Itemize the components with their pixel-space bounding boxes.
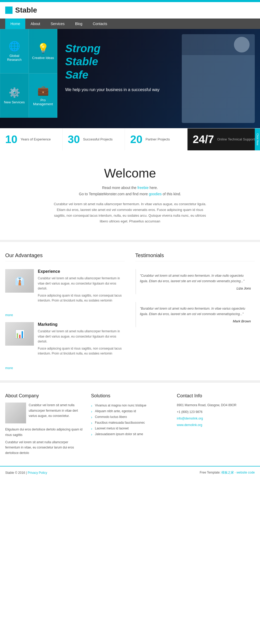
stats-bar: 10 Years of Experience 30 Successful Pro…	[0, 128, 260, 150]
experience-img-placeholder: 👔	[5, 269, 34, 293]
footer-about-col: About Company Curabitur vel lorem sit am…	[5, 393, 83, 456]
hero-heading-line2: Stable	[65, 55, 98, 68]
footer-link2[interactable]: website code	[237, 471, 255, 474]
footer-website-link[interactable]: www.demolink.org	[177, 423, 202, 427]
tile-label-global-research: Global Research	[3, 54, 26, 62]
hero-heading: Strong Stable Safe	[65, 42, 252, 81]
nav-contacts[interactable]: Contacts	[88, 19, 112, 29]
solution-item-1: Vivamus at magna non nunc tristique	[91, 403, 169, 408]
footer-solutions-col: Solutions Vivamus at magna non nunc tris…	[91, 393, 169, 456]
advantage-body1-marketing: Curabitur vel lorem sit amet nulla ullam…	[38, 329, 125, 344]
tile-label-new-services: New Services	[4, 100, 25, 104]
tile-label-pro-management: Pro Management	[32, 98, 55, 106]
briefcase-icon: 💼	[37, 85, 49, 96]
nav-about[interactable]: About	[25, 19, 45, 29]
footer-solutions-title: Solutions	[91, 393, 169, 399]
testimonial-text-1: "Curabitur vel lorem sit amet nullo eero…	[140, 273, 251, 284]
welcome-heading: Welcome	[5, 166, 255, 180]
logo-box	[5, 7, 13, 14]
footer-about-text2: Eligulaum dui eros dertolisce dertolo ad…	[5, 427, 83, 438]
footer-contact-col: Contact Info 8901 Marmora Road, Glasgow,…	[177, 393, 255, 456]
welcome-subtitle1: Read more about the freebie here.	[5, 186, 255, 190]
stat-support: 24/7 Online Technical Support Click Here	[188, 128, 260, 150]
stat-partner: 20 Partner Projects	[125, 128, 188, 150]
stat-projects-label: Successful Projects	[83, 137, 112, 142]
advantages-column: Our Advantages 👔 Experience Curabitur ve…	[5, 252, 125, 370]
hero-tile-pro-management[interactable]: 💼 Pro Management	[29, 73, 57, 118]
solution-item-6: Jalesuadasem ipsum dolor sit ame	[91, 431, 169, 437]
advantages-title: Our Advantages	[5, 252, 125, 261]
hero-heading-line3: Safe	[65, 69, 88, 81]
header: Stable	[0, 2, 260, 19]
footer-privacy-link[interactable]: Privacy Policy	[28, 471, 47, 475]
solution-item-5: Laoreet metus id laoreet	[91, 426, 169, 431]
footer-year: © 2016	[15, 471, 25, 475]
nav-blog[interactable]: Blog	[70, 19, 88, 29]
testimonial-author-1: Liza Jons	[140, 286, 251, 290]
advantage-item-marketing: 📊 Marketing Curabitur vel lorem sit amet…	[5, 322, 125, 358]
welcome-body: Curabitur vel lorem sit amet nulla ullam…	[52, 201, 208, 224]
stat-experience-number: 10	[5, 133, 17, 146]
advantage-content-experience: Experience Curabitur vel lorem sit amet …	[38, 269, 125, 305]
advantage-title-experience: Experience	[38, 269, 125, 274]
footer-about-text3: Curabitur vel lorem sit amet nulla ullam…	[5, 440, 83, 456]
solution-item-2: Aliquam nibh ante, egestas id	[91, 408, 169, 414]
freebie-link[interactable]: freebie	[137, 186, 149, 190]
stat-projects-number: 30	[68, 133, 80, 146]
hero-subtitle: We help you run your business in a succe…	[65, 87, 252, 93]
click-here-button[interactable]: Click Here	[255, 128, 260, 150]
welcome-section: Welcome Read more about the freebie here…	[0, 150, 260, 240]
stat-experience-label: Years of Experience	[21, 137, 51, 142]
hero-section: 🌐 Global Research 💡 Creative Ideas ⚙️ Ne…	[0, 29, 260, 128]
footer-contact-title: Contact Info	[177, 393, 255, 399]
footer-link-separator: ·	[235, 471, 235, 474]
marketing-img-placeholder: 📊	[5, 322, 34, 346]
hero-tile-global-research[interactable]: 🌐 Global Research	[0, 29, 29, 73]
hero-tiles-grid: 🌐 Global Research 💡 Creative Ideas ⚙️ Ne…	[0, 29, 57, 128]
hero-tile-creative-ideas[interactable]: 💡 Creative Ideas	[29, 29, 57, 73]
footer-separator: |	[26, 471, 27, 475]
footer-template-label: Free Template	[200, 471, 220, 474]
hero-tile-new-services[interactable]: ⚙️ New Services	[0, 73, 29, 118]
section-divider-1	[0, 240, 260, 242]
footer-about-image	[5, 403, 26, 423]
footer-contact-email: info@demolink.org	[177, 416, 255, 421]
advantage-img-experience: 👔	[5, 269, 34, 293]
nav-services[interactable]: Services	[45, 19, 70, 29]
stat-support-label: Online Technical Support	[217, 137, 255, 142]
section-divider-2	[0, 380, 260, 382]
stat-experience: 10 Years of Experience	[0, 128, 63, 150]
footer-email-link[interactable]: info@demolink.org	[177, 417, 203, 420]
footer-link1[interactable]: 模板之家	[221, 471, 234, 474]
top-bar	[0, 0, 260, 2]
solution-item-3: Commodo luctus libero	[91, 414, 169, 420]
advantage-body2-experience: Fusce adipiscing quam id risus sagittis,…	[38, 293, 125, 303]
hero-heading-line1: Strong	[65, 42, 100, 55]
testimonials-title: Testimonials	[135, 252, 255, 261]
goodies-link[interactable]: goodies	[149, 192, 162, 196]
logo-text: Stable	[15, 6, 37, 14]
footer-about-content: Curabitur vel lorem sit amet nulla ullam…	[5, 403, 83, 425]
advantages-testimonials-section: Our Advantages 👔 Experience Curabitur ve…	[0, 242, 260, 380]
footer-bottom: Stable © 2016 | Privacy Policy Free Temp…	[0, 466, 260, 479]
footer-template-links: Free Template: 模板之家 · website code	[200, 470, 255, 475]
solutions-list: Vivamus at magna non nunc tristique Aliq…	[91, 403, 169, 437]
more-link-marketing[interactable]: more	[5, 366, 125, 370]
testimonials-column: Testimonials "Curabitur vel lorem sit am…	[135, 252, 255, 370]
more-link-experience[interactable]: more	[5, 313, 125, 317]
gear-icon: ⚙️	[9, 87, 20, 98]
testimonial-author-2: Mark Brown	[140, 319, 251, 323]
solution-item-4: Faucibus malesuada faucibusoonec	[91, 420, 169, 426]
tile-label-creative-ideas: Creative Ideas	[32, 56, 54, 60]
footer-copyright: Stable © 2016 | Privacy Policy	[5, 471, 47, 475]
advantage-title-marketing: Marketing	[38, 322, 125, 327]
advantage-content-marketing: Marketing Curabitur vel lorem sit amet n…	[38, 322, 125, 358]
footer-about-title: About Company	[5, 393, 83, 399]
footer-brand: Stable	[5, 471, 14, 475]
advantage-img-marketing: 📊	[5, 322, 34, 346]
nav-home[interactable]: Home	[5, 19, 25, 29]
testimonial-item-1: "Curabitur vel lorem sit amet nullo eero…	[135, 269, 255, 294]
advantage-item-experience: 👔 Experience Curabitur vel lorem sit ame…	[5, 269, 125, 305]
advantage-body1-experience: Curabitur vel lorem sit amet nulla ullam…	[38, 276, 125, 291]
navigation: Home About Services Blog Contacts	[0, 19, 260, 29]
